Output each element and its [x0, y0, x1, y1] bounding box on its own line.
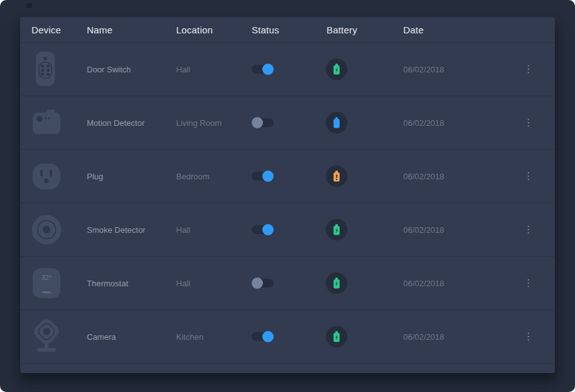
battery-indicator: [326, 59, 347, 80]
remote-icon: [31, 50, 62, 88]
row-menu-button[interactable]: ⋮: [522, 225, 535, 235]
row-menu-button[interactable]: ⋮: [522, 171, 535, 181]
toggle-knob: [252, 277, 263, 289]
battery-indicator: [326, 165, 347, 187]
status-toggle[interactable]: [252, 65, 274, 74]
table-row: Smoke Detector Hall 06/02/2018 ⋮: [20, 203, 555, 256]
device-location: Hall: [176, 225, 252, 235]
row-menu-button[interactable]: ⋮: [522, 332, 535, 342]
toggle-knob: [262, 224, 274, 235]
smoke-detector-icon: [31, 211, 62, 249]
motion-detector-icon: [31, 104, 62, 142]
device-date: 06/02/2018: [403, 332, 516, 342]
device-date: 06/02/2018: [403, 279, 516, 288]
status-toggle[interactable]: [252, 225, 274, 234]
column-header-date: Date: [403, 25, 516, 35]
device-name: Thermostat: [87, 279, 176, 288]
column-header-device: Device: [31, 25, 87, 35]
battery-full-icon: [332, 116, 341, 129]
row-menu-button[interactable]: ⋮: [522, 64, 535, 74]
toggle-knob: [262, 331, 274, 342]
column-header-status: Status: [252, 25, 327, 35]
battery-charging-icon: [332, 330, 341, 343]
battery-indicator: [326, 219, 347, 240]
device-name: Smoke Detector: [87, 225, 176, 235]
device-icon-cell: 32°: [31, 264, 62, 302]
device-icon-cell: [31, 318, 62, 356]
table-row: Plug Bedroom 06/02/2018 ⋮: [20, 149, 555, 203]
battery-indicator: [326, 326, 347, 347]
device-location: Hall: [176, 65, 252, 74]
column-header-location: Location: [176, 25, 252, 35]
thermostat-temperature: 32°: [42, 274, 52, 281]
device-name: Door Switch: [87, 65, 176, 74]
device-location: Kitchen: [176, 332, 252, 342]
status-toggle[interactable]: [252, 279, 274, 288]
status-toggle[interactable]: [252, 332, 274, 341]
battery-charging-icon: [332, 277, 341, 289]
battery-charging-icon: [332, 63, 341, 76]
battery-charging-icon: [332, 223, 341, 236]
column-header-battery: Battery: [327, 25, 403, 35]
status-toggle[interactable]: [252, 172, 274, 181]
device-location: Hall: [176, 279, 252, 288]
status-toggle[interactable]: [252, 118, 274, 127]
plug-icon: [31, 157, 62, 195]
toggle-knob: [262, 64, 274, 75]
table-row: Camera Kitchen 06/02/2018 ⋮: [20, 310, 555, 363]
table-row: 32° Thermostat Hall 06/02/2018 ⋮: [20, 256, 555, 310]
device-location: Bedroom: [176, 172, 252, 181]
device-icon-cell: [31, 211, 62, 249]
device-name: Motion Detector: [87, 118, 176, 128]
battery-indicator: [326, 272, 347, 294]
device-icon-cell: [31, 104, 62, 142]
toggle-knob: [262, 171, 274, 182]
app-screen: Device Name Location Status Battery Date…: [0, 0, 575, 392]
device-date: 06/02/2018: [403, 65, 516, 74]
table-header: Device Name Location Status Battery Date: [20, 17, 555, 42]
device-date: 06/02/2018: [403, 225, 516, 235]
decorative-mark: [26, 3, 32, 8]
row-menu-button[interactable]: ⋮: [522, 118, 535, 128]
column-header-name: Name: [87, 25, 176, 35]
battery-alert-icon: [332, 170, 341, 182]
device-icon-cell: [31, 50, 62, 88]
row-menu-button[interactable]: ⋮: [522, 278, 535, 288]
camera-icon: [31, 318, 62, 356]
table-row: Door Switch Hall 06/02/2018 ⋮: [20, 42, 555, 96]
device-icon-cell: [31, 157, 62, 195]
device-date: 06/02/2018: [403, 172, 516, 181]
device-name: Camera: [87, 332, 176, 342]
device-date: 06/02/2018: [403, 118, 516, 128]
toggle-knob: [252, 117, 263, 128]
battery-indicator: [326, 112, 347, 133]
device-table-card: Device Name Location Status Battery Date…: [20, 17, 555, 373]
device-name: Plug: [87, 172, 176, 181]
table-footer-spacer: [20, 363, 555, 378]
device-location: Living Room: [176, 118, 252, 128]
table-row: Motion Detector Living Room 06/02/2018 ⋮: [20, 96, 555, 149]
thermostat-icon: 32°: [31, 264, 62, 302]
